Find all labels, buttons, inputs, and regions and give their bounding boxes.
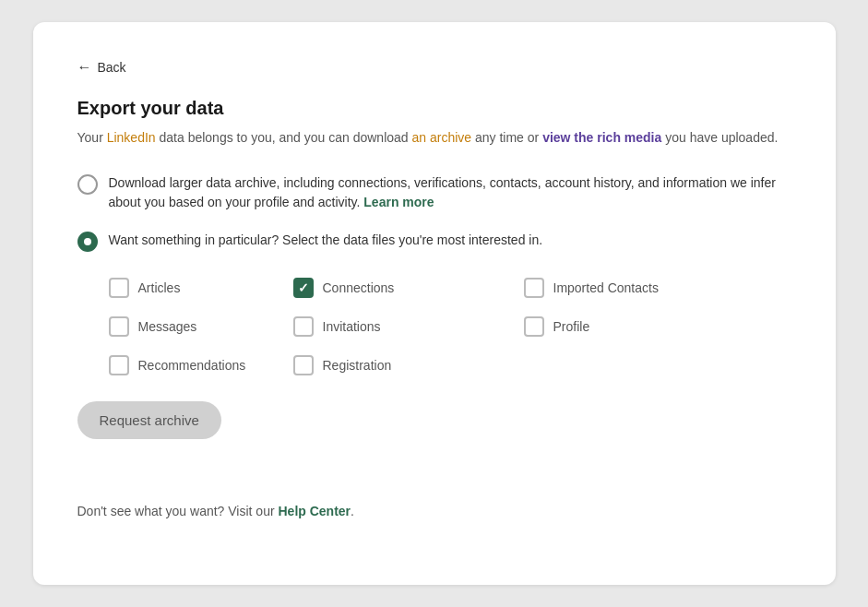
checkbox-connections-label: Connections: [323, 280, 395, 295]
checkboxes-grid: Articles Connections Imported Contacts M…: [109, 278, 791, 375]
help-prefix: Don't see what you want? Visit our: [77, 504, 279, 518]
linkedin-link[interactable]: LinkedIn: [107, 130, 156, 145]
checkbox-connections[interactable]: [293, 278, 314, 298]
checkbox-imported-contacts-label: Imported Contacts: [553, 280, 659, 295]
page-title: Export your data: [77, 98, 791, 119]
rich-media-link[interactable]: view the rich media: [542, 130, 661, 145]
radio-large-archive-circle[interactable]: [77, 174, 98, 195]
back-button[interactable]: ← Back: [77, 59, 791, 76]
help-center-link[interactable]: Help Center: [278, 504, 351, 518]
checkbox-imported-contacts[interactable]: [524, 278, 544, 298]
checkbox-item-invitations[interactable]: Invitations: [293, 316, 524, 337]
checkbox-item-connections[interactable]: Connections: [293, 278, 524, 298]
desc-middle1: data belongs to you, and you can downloa…: [156, 130, 412, 145]
checkbox-item-registration[interactable]: Registration: [293, 355, 524, 375]
checkbox-invitations[interactable]: [293, 316, 314, 337]
checkbox-profile[interactable]: [524, 316, 544, 337]
export-data-card: ← Back Export your data Your LinkedIn da…: [33, 22, 836, 585]
radio-large-archive-label: Download larger data archive, including …: [109, 173, 791, 212]
checkbox-item-messages[interactable]: Messages: [109, 316, 293, 337]
back-label: Back: [98, 60, 126, 75]
desc-middle2: any time or: [471, 130, 542, 145]
checkbox-recommendations-label: Recommendations: [138, 358, 246, 373]
checkbox-registration[interactable]: [293, 355, 314, 375]
checkbox-articles[interactable]: [109, 278, 129, 298]
request-archive-button[interactable]: Request archive: [77, 401, 221, 439]
radio-option-large-archive[interactable]: Download larger data archive, including …: [77, 173, 791, 212]
checkbox-articles-label: Articles: [138, 280, 181, 295]
radio-options-group: Download larger data archive, including …: [77, 173, 791, 252]
checkbox-item-imported-contacts[interactable]: Imported Contacts: [524, 278, 755, 298]
checkbox-messages-label: Messages: [138, 319, 197, 334]
radio-option-specific[interactable]: Want something in particular? Select the…: [77, 231, 791, 252]
description-text: Your LinkedIn data belongs to you, and y…: [77, 128, 791, 148]
checkbox-invitations-label: Invitations: [323, 319, 381, 334]
help-suffix: .: [351, 504, 354, 518]
checkbox-item-recommendations[interactable]: Recommendations: [109, 355, 293, 375]
checkbox-registration-label: Registration: [323, 358, 392, 373]
desc-prefix: Your: [77, 130, 107, 145]
checkbox-recommendations[interactable]: [109, 355, 129, 375]
radio-specific-label: Want something in particular? Select the…: [109, 231, 543, 250]
help-text: Don't see what you want? Visit our Help …: [77, 504, 791, 518]
desc-suffix: you have uploaded.: [661, 130, 778, 145]
radio-specific-circle[interactable]: [77, 232, 98, 252]
checkbox-profile-label: Profile: [553, 319, 590, 334]
checkbox-messages[interactable]: [109, 316, 129, 337]
learn-more-link[interactable]: Learn more: [363, 195, 434, 209]
archive-link[interactable]: an archive: [412, 130, 472, 145]
checkbox-item-articles[interactable]: Articles: [109, 278, 293, 298]
checkbox-item-profile[interactable]: Profile: [524, 316, 755, 337]
back-arrow-icon: ←: [77, 59, 92, 76]
